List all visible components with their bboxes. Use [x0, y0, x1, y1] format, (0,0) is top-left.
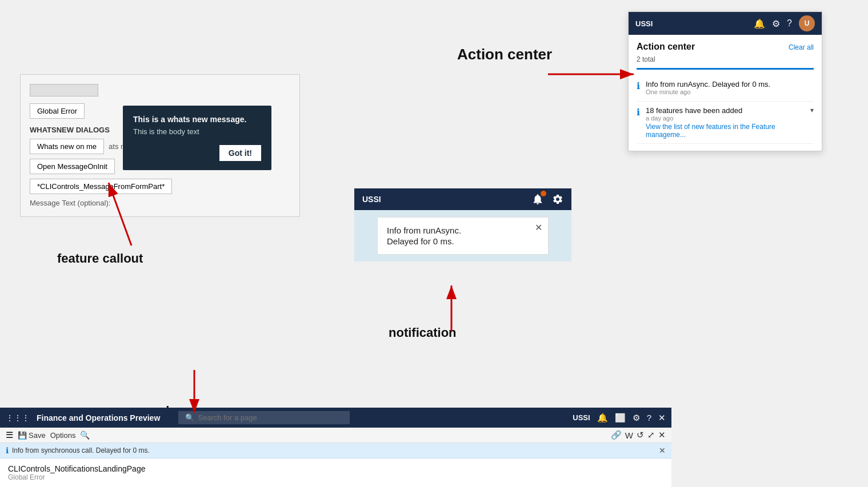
message-text-label: Message Text (optional):: [30, 199, 290, 207]
global-error-button[interactable]: Global Error: [30, 103, 85, 119]
ac-info-icon-1: ℹ: [637, 81, 640, 91]
mb-info-icon: ℹ: [6, 446, 9, 455]
mb-global-error-small: Global Error: [8, 473, 663, 481]
mb-save-label: Save: [29, 431, 46, 440]
ac-avatar: U: [799, 15, 815, 31]
ac-top-bar: USSI 🔔 ⚙ ? U: [629, 12, 822, 35]
open-message-on-init-button[interactable]: Open MessageOnInit: [30, 159, 115, 174]
mb-options-button[interactable]: Options: [50, 431, 76, 440]
mb-content-area: CLIControls_NotificationsLandingPage Glo…: [0, 458, 671, 487]
fc-top-bar: [30, 84, 98, 96]
mb-page-title: CLIControls_NotificationsLandingPage: [8, 464, 663, 473]
label-feature-callout: feature callout: [57, 251, 143, 266]
ac-title: Action center: [637, 42, 695, 52]
ac-item-1-title: Info from runAsync. Delayed for 0 ms.: [646, 80, 770, 88]
notif-popup-text-main: Info from runAsync.: [387, 226, 539, 235]
ac-gear-icon[interactable]: ⚙: [772, 18, 780, 29]
notif-popup-text-sub: Delayed for 0 ms.: [387, 236, 539, 246]
ac-item-2-title: 18 features have been added: [646, 106, 805, 115]
label-notification: notification: [389, 325, 457, 340]
mb-save-button[interactable]: 💾 Save: [18, 431, 46, 440]
ac-item-2-content: 18 features have been added a day ago Vi…: [646, 106, 805, 139]
ac-info-icon-2: ℹ: [637, 107, 640, 118]
mb-info-text: Info from synchronous call. Delayed for …: [12, 446, 150, 454]
mb-toolbar: ☰ 💾 Save Options 🔍 🔗 W ↺ ⤢ ✕: [0, 428, 671, 443]
notif-header-ussi: USSI: [362, 195, 381, 204]
mb-search-input[interactable]: [198, 413, 343, 422]
ac-item-1-content: Info from runAsync. Delayed for 0 ms. On…: [646, 80, 770, 96]
action-center-panel: USSI 🔔 ⚙ ? U Action center Clear all 2 t…: [628, 11, 822, 151]
cli-controls-button[interactable]: *CLIControls_MessageFromFormPart*: [30, 179, 172, 194]
got-it-button[interactable]: Got it!: [219, 145, 261, 161]
whats-new-button[interactable]: Whats new on me: [30, 139, 104, 154]
notif-header-bar: USSI: [354, 188, 571, 210]
label-action-center: Action center: [457, 46, 552, 63]
mb-close-small-icon[interactable]: ✕: [658, 430, 666, 440]
mb-search-tiny-icon[interactable]: 🔍: [80, 430, 90, 440]
mb-info-close-button[interactable]: ✕: [659, 446, 666, 455]
bell-icon[interactable]: [531, 193, 544, 206]
mb-search-icon: 🔍: [185, 413, 194, 422]
notification-panel: USSI ✕ Info from runAsync. Delayed for 0…: [354, 188, 571, 261]
mb-app-title: Finance and Operations Preview: [37, 413, 160, 422]
ac-item-2-time: a day ago: [646, 115, 805, 122]
mb-top-bar: ⋮⋮⋮ Finance and Operations Preview 🔍 USS…: [0, 408, 671, 428]
ac-body: Action center Clear all 2 total ℹ Info f…: [629, 35, 822, 151]
gear-icon-notif[interactable]: [552, 194, 563, 205]
mb-link-icon[interactable]: 🔗: [611, 430, 622, 440]
mb-word-icon[interactable]: W: [625, 430, 633, 440]
mb-refresh-icon[interactable]: ↺: [637, 430, 644, 440]
ac-item-2-link[interactable]: View the list of new features in the Fea…: [646, 123, 805, 139]
notif-close-button[interactable]: ✕: [535, 222, 542, 233]
ac-help-icon[interactable]: ?: [787, 18, 792, 29]
ac-count: 2 total: [637, 55, 814, 63]
mb-close-icon[interactable]: ✕: [658, 413, 666, 423]
mb-ussi-text: USSI: [573, 413, 590, 422]
mb-fullscreen-icon[interactable]: ⤢: [647, 430, 655, 440]
mb-grid-icon[interactable]: ⋮⋮⋮: [6, 413, 30, 422]
ac-item-1: ℹ Info from runAsync. Delayed for 0 ms. …: [637, 75, 814, 102]
mb-sidebar-icon[interactable]: ☰: [6, 430, 13, 440]
mb-right-toolbar: 🔗 W ↺ ⤢ ✕: [611, 430, 666, 440]
callout-popup: This is a whats new message. This is the…: [123, 106, 271, 170]
mb-right-items: USSI 🔔 ⬜ ⚙ ? ✕: [573, 413, 666, 423]
bell-badge: [541, 191, 546, 196]
notif-popup-box: ✕ Info from runAsync. Delayed for 0 ms.: [377, 217, 549, 255]
mb-help-icon[interactable]: ?: [647, 413, 651, 422]
mb-search-box[interactable]: 🔍: [178, 411, 350, 424]
mb-settings-icon[interactable]: ⚙: [633, 413, 640, 423]
ac-divider: [637, 68, 814, 70]
mb-bell-icon[interactable]: 🔔: [597, 413, 608, 423]
mb-info-bar: ℹ Info from synchronous call. Delayed fo…: [0, 443, 671, 458]
callout-popup-title: This is a whats new message.: [133, 115, 261, 124]
notif-content-area: ✕ Info from runAsync. Delayed for 0 ms.: [354, 210, 571, 261]
ac-ussi-label: USSI: [635, 19, 653, 28]
ac-expand-icon[interactable]: ▾: [810, 106, 814, 114]
ac-item-2: ℹ 18 features have been added a day ago …: [637, 102, 814, 144]
ac-item-1-time: One minute ago: [646, 88, 770, 95]
ac-bell-icon[interactable]: 🔔: [754, 18, 765, 29]
mb-office-icon[interactable]: ⬜: [615, 413, 626, 423]
ac-clear-all-button[interactable]: Clear all: [789, 43, 814, 51]
message-bar-panel: ⋮⋮⋮ Finance and Operations Preview 🔍 USS…: [0, 408, 671, 487]
callout-popup-body: This is the body text: [133, 127, 261, 136]
mb-save-icon: 💾: [18, 431, 27, 440]
